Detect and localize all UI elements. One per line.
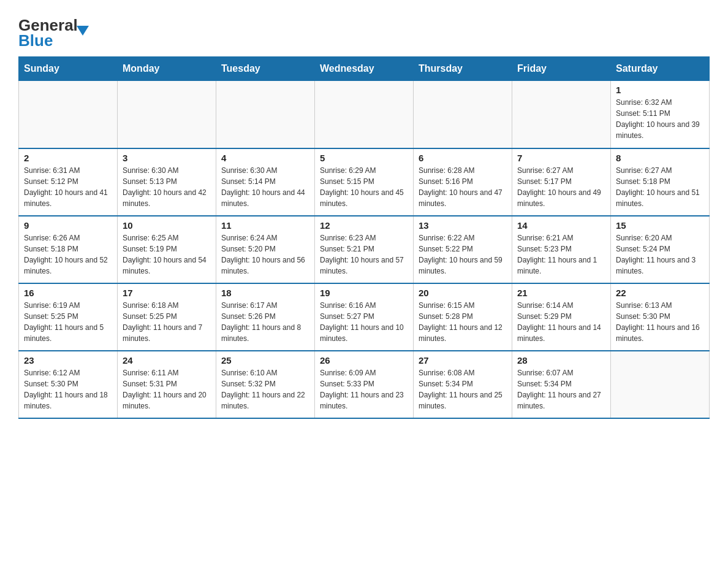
calendar-day-cell: 6Sunrise: 6:28 AM Sunset: 5:16 PM Daylig…: [414, 148, 512, 216]
calendar-day-cell: 17Sunrise: 6:18 AM Sunset: 5:25 PM Dayli…: [118, 283, 216, 351]
calendar-day-cell: 3Sunrise: 6:30 AM Sunset: 5:13 PM Daylig…: [118, 148, 216, 216]
day-info: Sunrise: 6:11 AM Sunset: 5:31 PM Dayligh…: [123, 367, 211, 412]
calendar-week-row: 2Sunrise: 6:31 AM Sunset: 5:12 PM Daylig…: [19, 148, 710, 216]
day-info: Sunrise: 6:08 AM Sunset: 5:34 PM Dayligh…: [419, 367, 507, 412]
calendar-day-cell: 25Sunrise: 6:10 AM Sunset: 5:32 PM Dayli…: [216, 351, 315, 418]
calendar-week-row: 23Sunrise: 6:12 AM Sunset: 5:30 PM Dayli…: [19, 351, 710, 418]
day-info: Sunrise: 6:29 AM Sunset: 5:15 PM Dayligh…: [320, 165, 408, 209]
calendar-day-cell: 13Sunrise: 6:22 AM Sunset: 5:22 PM Dayli…: [414, 216, 512, 283]
calendar-day-cell: 28Sunrise: 6:07 AM Sunset: 5:34 PM Dayli…: [512, 351, 611, 418]
calendar-day-cell: 5Sunrise: 6:29 AM Sunset: 5:15 PM Daylig…: [315, 148, 414, 216]
day-number: 4: [221, 153, 309, 163]
calendar-day-cell: 19Sunrise: 6:16 AM Sunset: 5:27 PM Dayli…: [315, 283, 414, 351]
day-info: Sunrise: 6:28 AM Sunset: 5:16 PM Dayligh…: [419, 165, 507, 209]
day-number: 24: [123, 355, 211, 366]
day-number: 15: [616, 220, 704, 231]
day-info: Sunrise: 6:32 AM Sunset: 5:11 PM Dayligh…: [616, 97, 704, 141]
day-number: 1: [616, 85, 704, 95]
day-number: 21: [517, 288, 605, 298]
day-info: Sunrise: 6:15 AM Sunset: 5:28 PM Dayligh…: [419, 300, 507, 344]
day-of-week-header: Monday: [118, 57, 216, 81]
day-info: Sunrise: 6:31 AM Sunset: 5:12 PM Dayligh…: [24, 165, 112, 209]
day-info: Sunrise: 6:20 AM Sunset: 5:24 PM Dayligh…: [616, 232, 704, 277]
calendar-week-row: 16Sunrise: 6:19 AM Sunset: 5:25 PM Dayli…: [19, 283, 710, 351]
day-number: 27: [419, 355, 507, 366]
day-info: Sunrise: 6:17 AM Sunset: 5:26 PM Dayligh…: [221, 300, 309, 344]
day-number: 20: [419, 288, 507, 298]
svg-marker-1: [77, 26, 89, 36]
calendar-day-cell: 4Sunrise: 6:30 AM Sunset: 5:14 PM Daylig…: [216, 148, 315, 216]
calendar-day-cell: 20Sunrise: 6:15 AM Sunset: 5:28 PM Dayli…: [414, 283, 512, 351]
day-number: 18: [221, 288, 309, 298]
day-info: Sunrise: 6:12 AM Sunset: 5:30 PM Dayligh…: [24, 367, 112, 412]
day-number: 28: [517, 355, 605, 366]
day-info: Sunrise: 6:09 AM Sunset: 5:33 PM Dayligh…: [320, 367, 408, 412]
day-number: 26: [320, 355, 408, 366]
calendar-day-cell: 14Sunrise: 6:21 AM Sunset: 5:23 PM Dayli…: [512, 216, 611, 283]
logo: General Blue: [18, 12, 123, 49]
calendar-day-cell: 27Sunrise: 6:08 AM Sunset: 5:34 PM Dayli…: [414, 351, 512, 418]
calendar-day-cell: [512, 81, 611, 148]
day-info: Sunrise: 6:25 AM Sunset: 5:19 PM Dayligh…: [123, 232, 211, 277]
day-number: 10: [123, 220, 211, 231]
day-number: 14: [517, 220, 605, 231]
day-of-week-header: Wednesday: [315, 57, 414, 81]
calendar-table: SundayMondayTuesdayWednesdayThursdayFrid…: [18, 56, 710, 419]
calendar-day-cell: 22Sunrise: 6:13 AM Sunset: 5:30 PM Dayli…: [611, 283, 710, 351]
day-number: 2: [24, 153, 112, 163]
day-info: Sunrise: 6:26 AM Sunset: 5:18 PM Dayligh…: [24, 232, 112, 277]
calendar-day-cell: 8Sunrise: 6:27 AM Sunset: 5:18 PM Daylig…: [611, 148, 710, 216]
calendar-day-cell: 10Sunrise: 6:25 AM Sunset: 5:19 PM Dayli…: [118, 216, 216, 283]
day-of-week-header: Friday: [512, 57, 611, 81]
calendar-header: SundayMondayTuesdayWednesdayThursdayFrid…: [19, 57, 710, 81]
day-info: Sunrise: 6:10 AM Sunset: 5:32 PM Dayligh…: [221, 367, 309, 412]
day-info: Sunrise: 6:18 AM Sunset: 5:25 PM Dayligh…: [123, 300, 211, 344]
calendar-day-cell: 23Sunrise: 6:12 AM Sunset: 5:30 PM Dayli…: [19, 351, 118, 418]
day-number: 9: [24, 220, 112, 231]
calendar-day-cell: 11Sunrise: 6:24 AM Sunset: 5:20 PM Dayli…: [216, 216, 315, 283]
day-info: Sunrise: 6:22 AM Sunset: 5:22 PM Dayligh…: [419, 232, 507, 277]
day-info: Sunrise: 6:24 AM Sunset: 5:20 PM Dayligh…: [221, 232, 309, 277]
calendar-day-cell: 1Sunrise: 6:32 AM Sunset: 5:11 PM Daylig…: [611, 81, 710, 148]
day-info: Sunrise: 6:16 AM Sunset: 5:27 PM Dayligh…: [320, 300, 408, 344]
calendar-day-cell: 9Sunrise: 6:26 AM Sunset: 5:18 PM Daylig…: [19, 216, 118, 283]
day-number: 11: [221, 220, 309, 231]
svg-text:Blue: Blue: [18, 31, 53, 49]
calendar-day-cell: 12Sunrise: 6:23 AM Sunset: 5:21 PM Dayli…: [315, 216, 414, 283]
day-number: 6: [419, 153, 507, 163]
day-number: 5: [320, 153, 408, 163]
day-info: Sunrise: 6:30 AM Sunset: 5:13 PM Dayligh…: [123, 165, 211, 209]
calendar-day-cell: [19, 81, 118, 148]
calendar-day-cell: 21Sunrise: 6:14 AM Sunset: 5:29 PM Dayli…: [512, 283, 611, 351]
day-info: Sunrise: 6:19 AM Sunset: 5:25 PM Dayligh…: [24, 300, 112, 344]
calendar-day-cell: 24Sunrise: 6:11 AM Sunset: 5:31 PM Dayli…: [118, 351, 216, 418]
day-number: 23: [24, 355, 112, 366]
day-info: Sunrise: 6:13 AM Sunset: 5:30 PM Dayligh…: [616, 300, 704, 344]
calendar-day-cell: [414, 81, 512, 148]
day-number: 16: [24, 288, 112, 298]
day-info: Sunrise: 6:21 AM Sunset: 5:23 PM Dayligh…: [517, 232, 605, 277]
day-info: Sunrise: 6:07 AM Sunset: 5:34 PM Dayligh…: [517, 367, 605, 412]
calendar-body: 1Sunrise: 6:32 AM Sunset: 5:11 PM Daylig…: [19, 81, 710, 418]
day-info: Sunrise: 6:14 AM Sunset: 5:29 PM Dayligh…: [517, 300, 605, 344]
day-number: 12: [320, 220, 408, 231]
day-number: 19: [320, 288, 408, 298]
day-number: 13: [419, 220, 507, 231]
day-number: 7: [517, 153, 605, 163]
calendar-day-cell: 7Sunrise: 6:27 AM Sunset: 5:17 PM Daylig…: [512, 148, 611, 216]
day-info: Sunrise: 6:23 AM Sunset: 5:21 PM Dayligh…: [320, 232, 408, 277]
day-info: Sunrise: 6:27 AM Sunset: 5:18 PM Dayligh…: [616, 165, 704, 209]
calendar-week-row: 9Sunrise: 6:26 AM Sunset: 5:18 PM Daylig…: [19, 216, 710, 283]
calendar-week-row: 1Sunrise: 6:32 AM Sunset: 5:11 PM Daylig…: [19, 81, 710, 148]
page-header: General Blue: [18, 12, 710, 49]
calendar-day-cell: 16Sunrise: 6:19 AM Sunset: 5:25 PM Dayli…: [19, 283, 118, 351]
calendar-day-cell: [216, 81, 315, 148]
day-number: 17: [123, 288, 211, 298]
day-info: Sunrise: 6:27 AM Sunset: 5:17 PM Dayligh…: [517, 165, 605, 209]
calendar-day-cell: 26Sunrise: 6:09 AM Sunset: 5:33 PM Dayli…: [315, 351, 414, 418]
day-number: 8: [616, 153, 704, 163]
day-info: Sunrise: 6:30 AM Sunset: 5:14 PM Dayligh…: [221, 165, 309, 209]
day-of-week-header: Saturday: [611, 57, 710, 81]
calendar-day-cell: [118, 81, 216, 148]
calendar-day-cell: [315, 81, 414, 148]
